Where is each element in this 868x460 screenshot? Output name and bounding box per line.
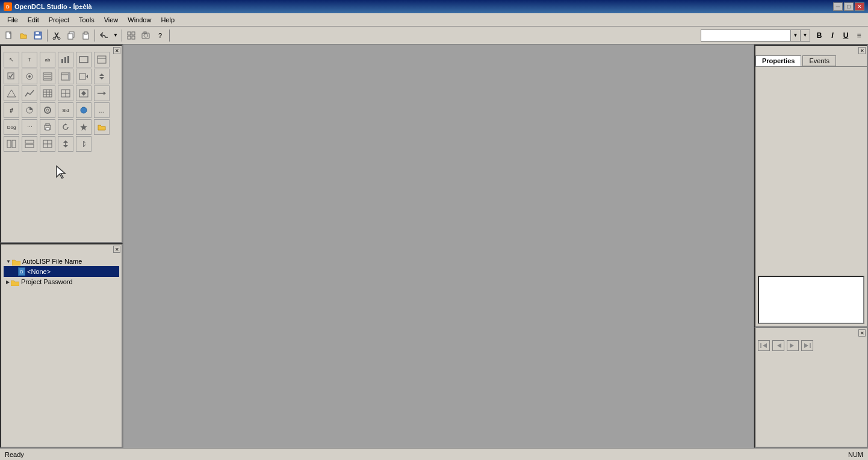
tool-spin[interactable] <box>76 69 91 84</box>
canvas-area[interactable] <box>123 45 754 448</box>
nav-first-button[interactable] <box>758 340 770 351</box>
tool-tbl2[interactable] <box>22 136 37 152</box>
tool-sld[interactable]: Sld <box>58 102 73 118</box>
svg-marker-77 <box>57 166 65 178</box>
tool-listbox[interactable] <box>40 69 55 84</box>
tool-scroll1[interactable] <box>76 85 91 101</box>
menu-view[interactable]: View <box>99 15 123 25</box>
menu-edit[interactable]: Edit <box>23 15 44 25</box>
bottom-panel-close-button[interactable]: ✕ <box>858 329 866 337</box>
tree-item-autolisp[interactable]: ▼ AutoLISP File Name <box>4 256 119 266</box>
camera-button[interactable] <box>139 29 152 42</box>
menu-tools[interactable]: Tools <box>74 15 99 25</box>
tab-events[interactable]: Events <box>802 55 836 66</box>
italic-button[interactable]: I <box>826 29 839 42</box>
nav-last-button[interactable] <box>801 340 813 351</box>
view-button[interactable] <box>125 29 138 42</box>
separator-3 <box>122 30 122 42</box>
tool-tbl1[interactable] <box>4 136 19 152</box>
minimize-button[interactable]: ─ <box>833 2 843 11</box>
maximize-button[interactable]: □ <box>844 2 854 11</box>
copy-button[interactable] <box>64 29 78 42</box>
tool-more3[interactable]: … <box>94 102 110 118</box>
properties-textarea[interactable] <box>759 277 863 323</box>
open-button[interactable] <box>17 29 30 42</box>
menu-window[interactable]: Window <box>123 15 156 25</box>
tool-radio[interactable] <box>22 69 37 84</box>
tool-dog[interactable]: Dog <box>4 119 19 135</box>
menu-help[interactable]: Help <box>156 15 179 25</box>
undo-button[interactable] <box>98 29 111 42</box>
new-button[interactable] <box>2 29 16 42</box>
svg-rect-37 <box>79 73 85 79</box>
tree-item-none[interactable]: D <None> <box>4 266 119 277</box>
tool-check[interactable] <box>4 69 19 84</box>
tool-chart[interactable] <box>58 52 73 67</box>
tool-grid1[interactable] <box>40 85 55 101</box>
folder-autolisp-icon <box>12 258 20 265</box>
tool-more4[interactable] <box>76 136 91 152</box>
paste-button[interactable] <box>79 29 92 42</box>
undo-dropdown[interactable]: ▼ <box>112 29 119 42</box>
svg-point-56 <box>45 107 51 113</box>
close-button[interactable]: ✕ <box>855 2 864 11</box>
nav-next-button[interactable] <box>787 340 799 351</box>
tool-text[interactable]: T <box>22 52 37 67</box>
bold-button[interactable]: B <box>813 29 826 42</box>
tool-number[interactable]: # <box>4 102 19 118</box>
title-bar: D OpenDCL Studio - Íp±èlà ─ □ ✕ <box>0 0 868 13</box>
tool-arrows[interactable] <box>94 69 110 84</box>
tool-pie[interactable] <box>22 102 37 118</box>
tool-resize-vert[interactable] <box>58 136 73 152</box>
tool-grid2[interactable] <box>58 85 73 101</box>
separator-1 <box>47 30 48 42</box>
svg-rect-25 <box>98 56 106 63</box>
tool-listbox2[interactable] <box>58 69 73 84</box>
font-dropdown-arrow[interactable]: ▼ <box>791 30 801 42</box>
svg-rect-67 <box>25 145 34 148</box>
tool-dots[interactable]: ⋯ <box>22 119 37 135</box>
status-bar: Ready NUM <box>0 448 868 460</box>
right-panel: ✕ Properties Events ✕ <box>754 45 868 448</box>
svg-point-29 <box>28 75 31 78</box>
tool-globe[interactable] <box>76 102 91 118</box>
save-button[interactable] <box>31 29 45 42</box>
help-button[interactable]: ? <box>153 29 167 42</box>
tree-item-password[interactable]: ▶ Project Password <box>4 277 119 287</box>
svg-rect-61 <box>46 128 49 130</box>
font-size-dropdown-arrow[interactable]: ▼ <box>801 30 810 42</box>
svg-marker-62 <box>64 123 67 125</box>
tool-select[interactable]: ↖ <box>4 52 19 67</box>
properties-close-button[interactable]: ✕ <box>858 47 866 54</box>
nav-prev-button[interactable] <box>772 340 784 351</box>
font-dropdown[interactable] <box>701 30 791 42</box>
svg-rect-4 <box>36 32 39 34</box>
tool-refresh[interactable] <box>58 119 73 135</box>
svg-rect-21 <box>61 59 63 63</box>
svg-point-57 <box>46 109 49 111</box>
svg-rect-23 <box>67 56 69 63</box>
tool-line[interactable] <box>22 85 37 101</box>
tool-star[interactable] <box>76 119 91 135</box>
align-button[interactable]: ≡ <box>852 29 866 42</box>
tab-properties[interactable]: Properties <box>755 55 801 66</box>
tool-ring[interactable] <box>40 102 55 118</box>
title-bar-controls: ─ □ ✕ <box>833 2 864 11</box>
svg-point-19 <box>144 34 147 37</box>
tool-folder2[interactable] <box>94 119 110 135</box>
tool-gradient[interactable] <box>4 85 19 101</box>
underline-button[interactable]: U <box>839 29 852 42</box>
tool-print[interactable] <box>40 119 55 135</box>
tool-frame[interactable] <box>76 52 91 67</box>
tool-label[interactable]: ab <box>40 52 55 67</box>
menu-file[interactable]: File <box>2 15 23 25</box>
cut-button[interactable] <box>50 29 63 42</box>
expand-autolisp-icon: ▼ <box>6 259 11 264</box>
toolbox-close-button[interactable]: ✕ <box>113 47 120 54</box>
menu-project[interactable]: Project <box>44 15 74 25</box>
tool-more1[interactable] <box>94 52 110 67</box>
project-panel-close-button[interactable]: ✕ <box>113 246 120 253</box>
tool-arrow1[interactable] <box>94 85 110 101</box>
tool-tbl3[interactable] <box>40 136 55 152</box>
svg-rect-66 <box>25 140 34 143</box>
